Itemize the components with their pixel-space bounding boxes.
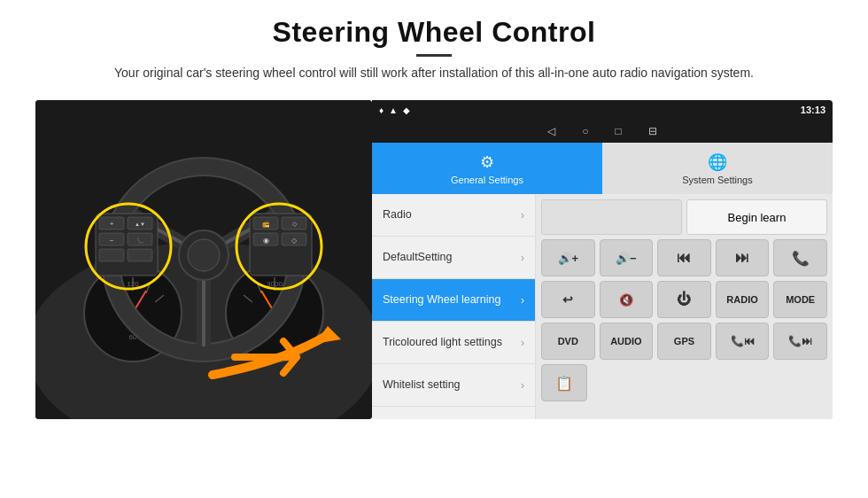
power-icon: ⏻	[677, 292, 691, 307]
general-settings-icon: ⚙	[480, 152, 494, 172]
audio-text: AUDIO	[610, 336, 641, 346]
content-area: 120 60 3000	[35, 100, 833, 419]
vol-up-icon: 🔊+	[558, 252, 579, 265]
svg-text:📞: 📞	[136, 237, 144, 245]
svg-text:▲▼: ▲▼	[135, 222, 145, 227]
radio-button[interactable]: RADIO	[716, 281, 770, 318]
begin-learn-button[interactable]: Begin learn	[686, 199, 827, 235]
prev-track-button[interactable]: ⏮	[657, 239, 711, 276]
svg-text:−: −	[110, 237, 114, 245]
signal-icon: ◆	[403, 105, 410, 115]
status-time: 13:13	[801, 105, 825, 115]
location-icon: ♦	[379, 105, 384, 115]
android-ui: ♦ ▲ ◆ 13:13 ◁ ○ □ ⊟ ⚙ General Settings	[372, 100, 833, 419]
menu-item-tricoloured[interactable]: Tricoloured light settings ›	[372, 322, 535, 364]
svg-text:+: +	[110, 220, 114, 228]
gps-text: GPS	[674, 336, 694, 346]
radio-label: Radio	[383, 208, 412, 222]
tricoloured-label: Tricoloured light settings	[383, 336, 502, 349]
mode-button[interactable]: MODE	[773, 281, 827, 318]
mute-icon: 🔇	[619, 293, 633, 307]
audio-button[interactable]: AUDIO	[600, 323, 654, 360]
back-nav-icon[interactable]: ◁	[547, 125, 555, 137]
gps-button[interactable]: GPS	[657, 323, 711, 360]
menu-item-radio[interactable]: Radio ›	[372, 194, 535, 237]
control-panel: Begin learn 🔊+ 🔊− ⏮	[536, 194, 833, 419]
phone-icon: 📞	[792, 250, 810, 267]
default-chevron: ›	[521, 252, 524, 264]
general-settings-label: General Settings	[451, 175, 523, 185]
wifi-icon: ▲	[389, 105, 398, 115]
status-icons-left: ♦ ▲ ◆	[379, 105, 410, 115]
tab-system-settings[interactable]: 🌐 System Settings	[602, 143, 833, 194]
control-row-3: DVD AUDIO GPS 📞⏮ 📞⏭	[541, 323, 827, 360]
page-title: Steering Wheel Control	[114, 16, 754, 49]
menu-nav-icon[interactable]: ⊟	[648, 125, 657, 137]
menu-item-whitelist[interactable]: Whitelist setting ›	[372, 364, 535, 407]
svg-point-25	[188, 239, 220, 271]
nav-bar: ◁ ○ □ ⊟	[372, 120, 833, 143]
recents-nav-icon[interactable]: □	[616, 125, 622, 137]
empty-input-box	[541, 199, 682, 235]
power-button[interactable]: ⏻	[657, 281, 711, 318]
control-row-4: 📋	[541, 364, 827, 401]
next-track-button[interactable]: ⏭	[716, 239, 770, 276]
system-settings-label: System Settings	[682, 175, 752, 185]
tab-general-settings[interactable]: ⚙ General Settings	[372, 143, 602, 194]
list-icon: 📋	[555, 375, 573, 392]
phone-next-icon: 📞⏭	[788, 335, 812, 347]
dvd-button[interactable]: DVD	[541, 323, 595, 360]
next-track-icon: ⏭	[735, 250, 749, 266]
prev-track-icon: ⏮	[677, 250, 691, 266]
control-row-1: 🔊+ 🔊− ⏮ ⏭ 📞	[541, 239, 827, 276]
home-nav-icon[interactable]: ○	[582, 125, 588, 137]
title-section: Steering Wheel Control Your original car…	[114, 16, 754, 95]
vol-down-button[interactable]: 🔊−	[600, 239, 654, 276]
phone-prev-icon: 📞⏮	[731, 335, 755, 347]
phone-hangup-button[interactable]: ↩	[541, 281, 595, 318]
main-content: Radio › DefaultSetting › Steering Wheel …	[372, 194, 833, 419]
menu-item-steering[interactable]: Steering Wheel learning ›	[372, 279, 535, 322]
radio-chevron: ›	[521, 209, 524, 222]
svg-text:◇: ◇	[291, 237, 298, 245]
whitelist-chevron: ›	[521, 379, 524, 392]
svg-text:◉: ◉	[263, 237, 269, 245]
svg-rect-31	[99, 249, 124, 261]
whitelist-label: Whitelist setting	[383, 378, 461, 392]
title-divider	[416, 54, 452, 57]
control-row-2: ↩ 🔇 ⏻ RADIO MODE	[541, 281, 827, 318]
dvd-text: DVD	[558, 336, 578, 346]
svg-rect-32	[128, 249, 152, 261]
svg-text:📻: 📻	[262, 220, 270, 228]
settings-tabs: ⚙ General Settings 🌐 System Settings	[372, 143, 833, 194]
phone-next-button[interactable]: 📞⏭	[773, 323, 827, 360]
phone-answer-button[interactable]: 📞	[773, 239, 827, 276]
steering-wheel-image: 120 60 3000	[35, 100, 372, 419]
mute-button[interactable]: 🔇	[600, 281, 654, 318]
status-bar: ♦ ▲ ◆ 13:13	[372, 100, 833, 120]
top-row: Begin learn	[541, 199, 827, 235]
page-container: Steering Wheel Control Your original car…	[0, 0, 868, 498]
vol-down-icon: 🔊−	[616, 252, 637, 265]
list-icon-button[interactable]: 📋	[541, 364, 587, 401]
default-label: DefaultSetting	[383, 251, 453, 264]
menu-column: Radio › DefaultSetting › Steering Wheel …	[372, 194, 536, 419]
hangup-icon: ↩	[562, 292, 573, 307]
mode-text: MODE	[786, 294, 815, 305]
menu-item-default[interactable]: DefaultSetting ›	[372, 237, 535, 279]
subtitle: Your original car's steering wheel contr…	[114, 64, 754, 82]
radio-text: RADIO	[726, 294, 757, 305]
phone-prev-button[interactable]: 📞⏮	[716, 323, 770, 360]
tricoloured-chevron: ›	[521, 337, 524, 349]
steering-label: Steering Wheel learning	[383, 293, 500, 307]
system-settings-icon: 🌐	[708, 152, 727, 172]
vol-up-button[interactable]: 🔊+	[541, 239, 595, 276]
steering-chevron: ›	[521, 294, 524, 307]
